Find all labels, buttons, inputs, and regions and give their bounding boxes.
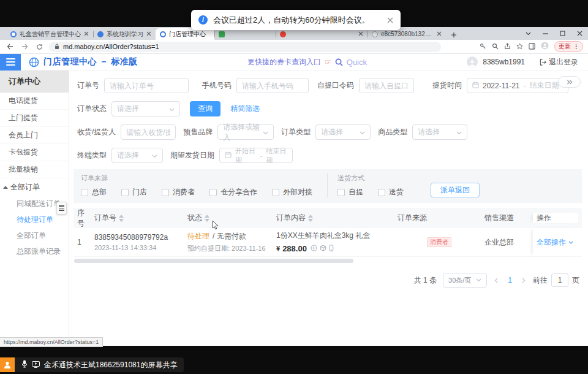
calendar-icon [472, 82, 479, 90]
logout-button[interactable]: 退出登录 [540, 57, 578, 67]
brand-select[interactable]: 请选择或输入 [217, 124, 274, 140]
tab-favicon [219, 31, 225, 37]
close-window-button[interactable] [571, 27, 588, 40]
scrollbar-thumb[interactable] [74, 259, 353, 263]
sidebar-item-member-visit[interactable]: 会员上门 [0, 127, 69, 144]
quick-label[interactable]: Quick [347, 58, 367, 67]
pickup-code-input[interactable] [359, 78, 414, 93]
share-icon[interactable] [504, 41, 511, 52]
order-number: 83859345088979792a [94, 233, 184, 242]
col-order-no[interactable]: 订单号 [91, 213, 184, 223]
horizontal-scrollbar[interactable] [74, 259, 582, 263]
address-bar[interactable]: md.maboy.cn/AllOrder?status=1 [49, 42, 441, 52]
tab-favicon [97, 31, 104, 37]
col-content[interactable]: 订单内容 [273, 213, 394, 223]
bookmark-star-icon[interactable] [516, 41, 523, 52]
tab-title: 系统培训学习 [107, 30, 143, 39]
col-status[interactable]: 状态 [184, 213, 273, 223]
goto-page-input[interactable] [551, 273, 568, 287]
checkbox-self-pickup[interactable]: 自提 [337, 187, 363, 197]
divider [327, 174, 328, 197]
sidebar-item-all-orders[interactable]: 全部订单 [0, 178, 69, 196]
page-number[interactable]: 1 [505, 276, 514, 284]
checkbox-source-store[interactable]: 门店 [121, 187, 147, 197]
package-icon [320, 243, 326, 254]
dispatch-return-button[interactable]: 派单退回 [431, 183, 480, 197]
all-actions-dropdown[interactable]: 全部操作 [537, 237, 578, 248]
sort-icon[interactable] [205, 215, 209, 222]
ship-date-range[interactable]: 开始日期 - 结束日期 [219, 148, 293, 163]
checkbox-source-consumer[interactable]: 消费者 [162, 187, 195, 197]
key-icon[interactable] [480, 41, 486, 52]
checkbox-source-external[interactable]: 外部对接 [272, 187, 312, 197]
table-row[interactable]: 1 83859345088979792a 2023-11-13 14:33:34… [74, 228, 582, 257]
badge-circle-icon [311, 243, 317, 254]
sort-icon[interactable] [308, 215, 313, 222]
pointing-finger-icon: ☞ [325, 58, 331, 66]
user-avatar[interactable] [467, 56, 478, 67]
sidebar-item-batch-verify[interactable]: 批量核销 [0, 161, 69, 178]
calendar-icon [225, 151, 232, 159]
pickup-code-label: 自提口令码 [317, 80, 354, 91]
forward-icon[interactable] [20, 44, 29, 50]
page-size-select[interactable]: 30条/页 [443, 273, 487, 288]
sidebar-collapse-handle[interactable] [56, 202, 67, 215]
minimize-button[interactable] [537, 27, 554, 40]
sidebar-item-cardpack-pickup[interactable]: 卡包提货 [0, 144, 69, 161]
quick-entry-link[interactable]: 更快捷的券卡查询入口 [247, 57, 321, 67]
user-area: 8385wb1991 退出登录 [467, 56, 578, 67]
receiver-input[interactable] [121, 124, 176, 140]
chevron-down-icon [169, 105, 175, 113]
quick-search-icon[interactable] [335, 58, 343, 66]
tab-close-icon[interactable] [437, 31, 442, 37]
tab-gift-platform[interactable]: 礼盒营销平台管理中心 [6, 28, 93, 40]
order-type-label: 订单类型 [281, 127, 311, 137]
toast-close-icon[interactable] [387, 17, 393, 23]
total-count: 共 1 条 [414, 275, 437, 286]
sidebar-item-phone-pickup[interactable]: 电话提货 [0, 93, 69, 110]
checkbox-label: 总部 [92, 187, 107, 197]
order-status-select[interactable]: 请选择 [111, 101, 180, 116]
phone-input[interactable] [236, 78, 309, 93]
page-size-value: 30条/页 [448, 276, 471, 285]
pickup-time-range[interactable]: 2022-11-21 - 结束日期 [467, 78, 568, 93]
checkbox-icon [378, 189, 385, 196]
checkbox-source-hq[interactable]: 总部 [81, 187, 107, 197]
sidebar-sub-all-orders[interactable]: 全部订单 [0, 227, 69, 243]
browser-menu-icon[interactable]: ⋮ [573, 46, 579, 48]
screen-share-icon [32, 359, 40, 370]
order-no-label: 订单号 [77, 80, 99, 91]
checkbox-source-warehouse-coop[interactable]: 仓分享合作 [209, 187, 257, 197]
terminal-type-select[interactable]: 请选择 [111, 148, 163, 163]
sort-icon[interactable] [119, 215, 124, 222]
profile-avatar-icon[interactable] [541, 41, 549, 52]
tab-close-icon[interactable] [358, 31, 363, 37]
tab-close-icon[interactable] [84, 31, 89, 37]
maximize-button[interactable] [554, 27, 571, 40]
side-panel-icon[interactable] [529, 41, 535, 52]
tab-search-icon[interactable] [519, 27, 537, 40]
checkbox-delivery[interactable]: 送货 [378, 187, 404, 197]
order-price: 288.00 [282, 244, 307, 253]
collapse-search-button[interactable] [558, 76, 581, 88]
new-tab-button[interactable] [451, 32, 457, 38]
sidebar-item-door-pickup[interactable]: 上门提货 [0, 110, 69, 127]
menu-hamburger-icon[interactable] [0, 54, 21, 71]
simple-filter-link[interactable]: 精简筛选 [230, 104, 260, 114]
update-chrome-button[interactable]: 更新 ⋮ [554, 41, 583, 52]
query-button[interactable]: 查询 [190, 101, 221, 116]
back-icon[interactable] [5, 44, 15, 50]
prev-page-icon[interactable] [493, 278, 499, 283]
tab-training[interactable]: 系统培训学习 [93, 28, 156, 40]
reload-icon[interactable] [34, 44, 44, 50]
next-page-icon[interactable] [521, 278, 527, 283]
order-no-input[interactable] [104, 78, 189, 93]
tab-close-icon[interactable] [146, 31, 151, 37]
order-type-select[interactable]: 请选择 [315, 124, 371, 140]
order-content: 1份XX生鲜羊肉礼盒3kg 礼盒 [276, 231, 394, 241]
zoom-icon[interactable] [492, 41, 499, 52]
sidebar-sub-hq-dispatch[interactable]: 总部派单记录 [0, 243, 69, 259]
brand-label: 预售品牌 [183, 127, 213, 137]
goods-type-select[interactable]: 请选择 [412, 124, 467, 140]
collapse-caret-icon [3, 186, 8, 189]
